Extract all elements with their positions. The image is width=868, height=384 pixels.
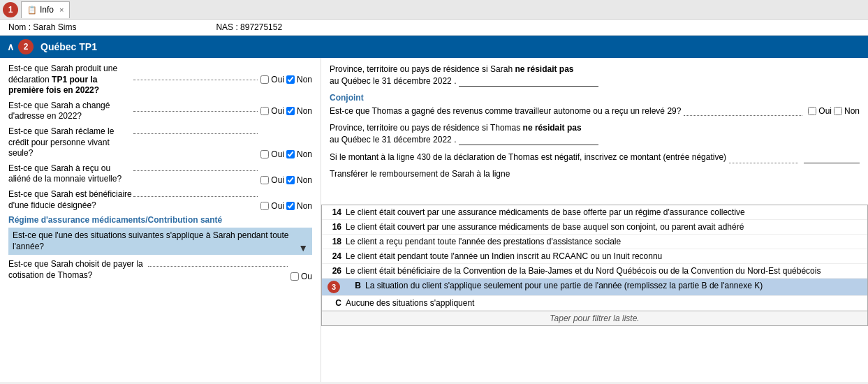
dropdown-item[interactable]: 18 Le client a reçu pendant toute l'anné… (322, 235, 867, 249)
r2-row: Est-ce que Thomas a gagné des revenus co… (330, 105, 860, 117)
item-num: 26 (328, 266, 341, 276)
left-column: Est-ce que Sarah produit une déclaration… (0, 58, 321, 382)
nas-field: NAS : 897275152 (216, 22, 282, 32)
r2-oui-checkbox[interactable] (808, 107, 816, 115)
nas-label: NAS : (216, 22, 237, 32)
q2-oui-non: Oui Non (260, 106, 312, 116)
q1-non-label: Non (297, 75, 312, 84)
item-text: Le client était couvert par une assuranc… (346, 207, 745, 217)
q4-label: Est-ce que Sarah à reçu ou aliéné de la … (8, 163, 133, 185)
q1-oui-checkbox[interactable] (260, 75, 269, 84)
chevron-icon: ∧ (7, 41, 14, 52)
dropdown-item[interactable]: 26 Le client était bénéficiaire de la Co… (322, 264, 867, 279)
section-header[interactable]: ∧ 2 Québec TP1 (0, 36, 868, 58)
r2-non-label: Non (844, 105, 860, 117)
q7-label: Est-ce que Sarah choisit de payer la cot… (8, 259, 148, 281)
nom-label: Nom : (8, 22, 31, 32)
dropdown-item[interactable]: 24 Le client était pendant toute l'année… (322, 249, 867, 264)
q1-row: Est-ce que Sarah produit une déclaration… (8, 64, 312, 96)
transfer-row: Transférer le remboursement de Sarah à l… (330, 169, 860, 179)
r3-row: Province, territoire ou pays de résidenc… (330, 122, 860, 146)
r2-non-checkbox[interactable] (834, 107, 842, 115)
step-badge-2: 2 (18, 39, 34, 54)
q4-oui-non: Oui Non (260, 175, 312, 185)
dropdown-item[interactable]: C Aucune des situations s'appliquent (322, 296, 867, 311)
q4-non-checkbox[interactable] (286, 176, 295, 184)
section-title: Québec TP1 (41, 41, 97, 52)
item-text: La situation du client s'applique seulem… (365, 281, 763, 290)
conjoint-label: Conjoint (330, 93, 860, 103)
r4-input[interactable] (804, 153, 860, 163)
q1-oui-label: Oui (271, 75, 284, 84)
main-content: Est-ce que Sarah produit une déclaration… (0, 58, 868, 382)
q7-row: Est-ce que Sarah choisit de payer la cot… (8, 259, 312, 281)
q2-non-checkbox[interactable] (286, 107, 295, 115)
item-text: Aucune des situations s'appliquent (346, 298, 474, 308)
q5-non-label: Non (297, 201, 312, 211)
item-num: 14 (328, 207, 341, 217)
step-badge-1: 1 (3, 2, 18, 17)
tab-icon: 📋 (27, 6, 37, 15)
dropdown-list: 14 Le client était couvert par une assur… (321, 205, 868, 326)
q2-row: Est-ce que Sarah a changé d'adresse en 2… (8, 101, 312, 122)
q2-non-label: Non (297, 106, 312, 116)
r3-sub: au Québec le 31 décembre 2022 . (330, 134, 456, 146)
nom-value: Sarah Sims (33, 22, 76, 32)
q5-oui-label: Oui (271, 201, 284, 211)
nom-field: Nom : Sarah Sims (8, 22, 76, 32)
q2-oui-checkbox[interactable] (260, 107, 269, 115)
q3-non-label: Non (297, 149, 312, 159)
q4-oui-label: Oui (271, 175, 284, 185)
item-num: C (328, 298, 341, 308)
q5-oui-checkbox[interactable] (260, 202, 269, 210)
q2-oui-label: Oui (271, 106, 284, 116)
item-num: 24 (328, 251, 341, 261)
r1-sub: au Québec le 31 décembre 2022 . (330, 75, 456, 87)
q3-oui-checkbox[interactable] (260, 150, 269, 158)
q6-highlighted-row: Est-ce que l'une des situations suivante… (8, 228, 312, 255)
r4-label: Si le montant à la ligne 430 de la décla… (330, 152, 726, 163)
q5-row: Est-ce que Sarah est bénéficiaire d'une … (8, 189, 312, 211)
q5-non-checkbox[interactable] (286, 202, 295, 210)
item-num: 18 (328, 237, 341, 246)
item-num: B (347, 281, 361, 290)
right-column: Province, territoire ou pays de résidenc… (321, 58, 868, 382)
dropdown-footer: Taper pour filtrer la liste. (322, 311, 867, 325)
q3-label: Est-ce que Sarah réclame le crédit pour … (8, 126, 133, 159)
dropdown-item[interactable]: 16 Le client était couvert par une assur… (322, 220, 867, 235)
r4-row: Si le montant à la ligne 430 de la décla… (330, 152, 860, 163)
r2-oui-non: Oui Non (808, 105, 860, 117)
tab-close-button[interactable]: × (59, 6, 64, 14)
dropdown-item[interactable]: 3 B La situation du client s'applique se… (322, 279, 867, 296)
q4-non-label: Non (297, 175, 312, 185)
nas-value: 897275152 (240, 22, 282, 32)
r2-oui-label: Oui (818, 105, 832, 117)
q5-label: Est-ce que Sarah est bénéficiaire d'une … (8, 189, 133, 211)
dropdown-item[interactable]: 14 Le client était couvert par une assur… (322, 205, 867, 220)
transfer-label: Transférer le remboursement de Sarah à l… (330, 169, 510, 179)
regime-label: Régime d'assurance médicaments/Contribut… (8, 215, 312, 225)
q1-oui-non: Oui Non (260, 75, 312, 84)
q5-oui-non: Oui Non (260, 201, 312, 211)
item-text: Le client était couvert par une assuranc… (346, 222, 744, 232)
item-text: Le client était bénéficiaire de la Conve… (346, 266, 821, 276)
tab-label: Info (40, 5, 54, 15)
header-bar: Nom : Sarah Sims NAS : 897275152 (0, 20, 868, 36)
q4-oui-checkbox[interactable] (260, 176, 269, 184)
q3-non-checkbox[interactable] (286, 150, 295, 158)
r2-label: Est-ce que Thomas a gagné des revenus co… (330, 105, 681, 117)
q3-oui-label: Oui (271, 149, 284, 159)
r1-row: Province, territoire ou pays de résidenc… (330, 64, 860, 87)
r3-input[interactable] (459, 135, 598, 145)
item-text: Le client était pendant toute l'année un… (346, 251, 662, 261)
q1-non-checkbox[interactable] (286, 75, 295, 84)
info-tab[interactable]: 📋 Info × (21, 1, 70, 18)
step-badge-3: 3 (328, 281, 340, 293)
q1-label: Est-ce que Sarah produit une déclaration… (8, 64, 133, 96)
q7-oui-checkbox[interactable] (290, 272, 299, 281)
r1-input[interactable] (459, 76, 598, 87)
tab-bar: 1 📋 Info × (0, 0, 868, 20)
q6-label: Est-ce que l'une des situations suivante… (13, 230, 289, 251)
item-num: 16 (328, 222, 341, 232)
q4-row: Est-ce que Sarah à reçu ou aliéné de la … (8, 163, 312, 185)
